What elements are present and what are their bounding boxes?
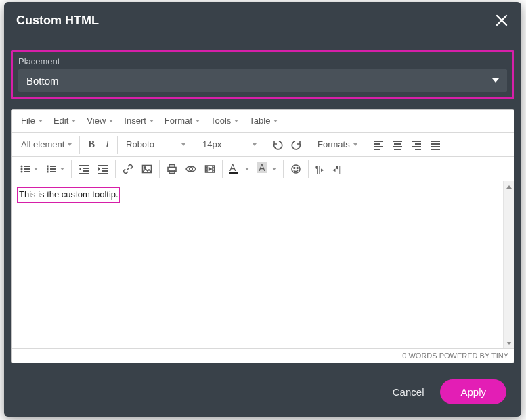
menu-edit[interactable]: Edit — [48, 112, 81, 129]
menu-view[interactable]: View — [81, 112, 118, 129]
scroll-up-button[interactable] — [504, 181, 514, 192]
caret-icon — [273, 120, 278, 122]
svg-rect-36 — [102, 170, 108, 172]
scrollbar[interactable] — [503, 181, 514, 348]
pilcrow-ltr-icon: ¶▸ — [315, 163, 324, 174]
editor: File Edit View Insert Format Tools Table… — [11, 109, 514, 363]
italic-icon: I — [106, 139, 109, 150]
svg-rect-15 — [431, 149, 440, 150]
svg-rect-27 — [47, 170, 49, 172]
svg-rect-11 — [415, 149, 421, 150]
svg-rect-35 — [102, 168, 108, 169]
align-right-button[interactable] — [407, 136, 426, 154]
svg-rect-26 — [47, 168, 49, 170]
toolbar-row-2: A A ¶▸ ◂¶ — [12, 157, 514, 181]
svg-point-50 — [297, 167, 298, 168]
separator — [265, 136, 265, 154]
triangle-up-icon — [506, 185, 512, 189]
svg-rect-40 — [143, 165, 152, 172]
modal-title: Custom HTML — [16, 14, 99, 28]
editor-content[interactable]: This is the custom tooltip. — [12, 181, 503, 348]
menu-insert[interactable]: Insert — [118, 112, 159, 129]
bullet-list-button[interactable] — [16, 160, 42, 178]
svg-rect-5 — [394, 143, 401, 145]
preview-button[interactable] — [181, 160, 200, 178]
svg-marker-33 — [79, 169, 81, 171]
undo-button[interactable] — [268, 136, 287, 154]
cancel-button[interactable]: Cancel — [386, 381, 431, 403]
modal-header: Custom HTML — [4, 2, 521, 39]
separator — [159, 160, 160, 178]
separator — [79, 136, 80, 154]
print-button[interactable] — [162, 160, 181, 178]
svg-rect-37 — [98, 173, 108, 174]
separator — [308, 160, 309, 178]
italic-button[interactable]: I — [100, 135, 114, 154]
align-center-button[interactable] — [388, 136, 407, 154]
svg-point-49 — [294, 167, 295, 168]
align-justify-button[interactable] — [426, 136, 445, 154]
close-button[interactable] — [494, 13, 509, 28]
caret-icon — [245, 168, 249, 170]
text-color-button[interactable]: A — [225, 160, 253, 178]
formats-select[interactable]: Formats — [312, 136, 363, 153]
separator — [115, 160, 116, 178]
link-button[interactable] — [118, 160, 137, 178]
redo-icon — [291, 139, 302, 150]
bold-icon: B — [88, 139, 95, 150]
caret-icon — [109, 120, 113, 122]
placement-field: Placement Bottom — [11, 50, 514, 99]
pilcrow-rtl-icon: ◂¶ — [332, 163, 341, 174]
separator — [366, 136, 366, 154]
image-button[interactable] — [137, 160, 156, 178]
svg-marker-32 — [79, 167, 81, 169]
modal-body: Placement Bottom File Edit View Insert F… — [4, 39, 521, 369]
menu-file[interactable]: File — [16, 112, 48, 129]
scroll-down-button[interactable] — [504, 337, 514, 348]
svg-rect-12 — [431, 141, 440, 142]
editor-body: This is the custom tooltip. — [12, 181, 514, 348]
caret-icon — [353, 143, 357, 146]
element-select[interactable]: All element — [16, 136, 76, 153]
svg-rect-8 — [412, 141, 421, 142]
print-icon — [167, 164, 177, 174]
close-icon — [494, 13, 509, 28]
caret-icon — [60, 168, 64, 170]
svg-rect-17 — [24, 166, 30, 167]
background-color-button[interactable]: A — [253, 160, 280, 178]
svg-rect-4 — [393, 141, 402, 142]
media-icon — [204, 164, 215, 174]
media-button[interactable] — [200, 160, 219, 178]
menu-table[interactable]: Table — [244, 112, 283, 129]
background-color-icon: A — [257, 162, 266, 173]
bold-button[interactable]: B — [83, 135, 100, 154]
align-left-button[interactable] — [369, 136, 388, 154]
svg-rect-2 — [374, 146, 383, 147]
menu-format[interactable]: Format — [159, 112, 205, 129]
emoticons-button[interactable] — [286, 160, 305, 178]
align-center-icon — [392, 139, 403, 150]
ltr-button[interactable]: ¶▸ — [311, 160, 328, 178]
redo-button[interactable] — [287, 136, 306, 154]
image-icon — [141, 164, 152, 174]
svg-marker-47 — [209, 168, 212, 170]
text-color-icon: A — [229, 162, 236, 173]
outdent-button[interactable] — [74, 160, 93, 178]
svg-rect-29 — [83, 168, 89, 169]
rtl-button[interactable]: ◂¶ — [328, 160, 345, 178]
eye-icon — [185, 164, 196, 174]
svg-rect-3 — [374, 149, 380, 150]
menu-tools[interactable]: Tools — [205, 112, 244, 129]
separator — [71, 160, 72, 178]
menu-bar: File Edit View Insert Format Tools Table — [12, 110, 514, 133]
svg-rect-23 — [50, 168, 56, 170]
svg-rect-14 — [431, 146, 440, 147]
placement-select[interactable]: Bottom — [18, 69, 507, 92]
font-size-select[interactable]: 14px — [197, 136, 262, 153]
align-right-icon — [411, 139, 422, 150]
font-family-select[interactable]: Roboto — [120, 136, 191, 153]
placement-value: Bottom — [26, 75, 59, 87]
indent-button[interactable] — [93, 160, 112, 178]
numbered-list-button[interactable] — [42, 160, 68, 178]
apply-button[interactable]: Apply — [440, 379, 506, 404]
